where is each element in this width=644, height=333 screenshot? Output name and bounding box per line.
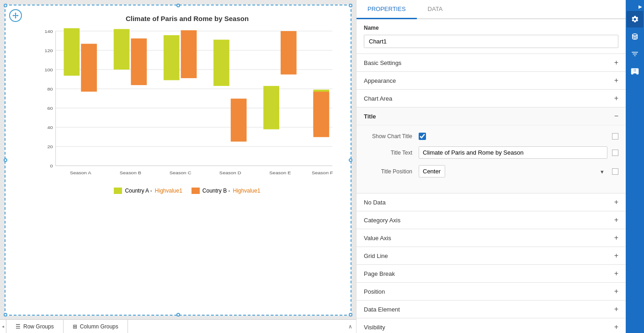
- gear-icon-button[interactable]: [627, 11, 643, 27]
- basic-settings-expand-icon: +: [614, 59, 618, 67]
- legend-color-a: [114, 188, 122, 194]
- bar-a1: [64, 28, 80, 76]
- svg-text:140: 140: [44, 29, 53, 33]
- bar-a2: [114, 29, 130, 70]
- legend-label-a: Country A -: [125, 188, 152, 194]
- section-no-data: No Data +: [357, 193, 626, 211]
- section-basic-settings: Basic Settings +: [357, 54, 626, 72]
- section-page-break-header[interactable]: Page Break +: [357, 265, 626, 282]
- title-position-select[interactable]: Left Center Right: [419, 165, 445, 177]
- section-title-header[interactable]: Title −: [357, 107, 626, 125]
- data-element-expand-icon: +: [614, 305, 618, 313]
- column-groups-icon: ⊞: [73, 323, 77, 330]
- tab-data[interactable]: DATA: [417, 0, 454, 19]
- legend-link-b[interactable]: Highvalue1: [233, 188, 261, 194]
- svg-text:60: 60: [48, 106, 53, 110]
- title-text-label: Title Text: [364, 150, 419, 156]
- title-position-label: Title Position: [364, 168, 419, 175]
- section-title: Title − Show Chart Title Title Text: [357, 107, 626, 193]
- bar-b6: [313, 91, 329, 137]
- title-position-select-wrapper: Left Center Right: [419, 165, 607, 177]
- chart-inner: Climate of Paris and Rome by Season 0: [5, 5, 351, 315]
- show-chart-title-label: Show Chart Title: [364, 133, 419, 140]
- section-value-axis: Value Axis +: [357, 229, 626, 247]
- section-no-data-header[interactable]: No Data +: [357, 193, 626, 211]
- chart-svg: 0 20 40 60 80 100 120 140: [33, 27, 341, 183]
- svg-text:Season E: Season E: [269, 171, 291, 175]
- name-section: Name: [357, 19, 626, 54]
- chart-area-expand-icon: +: [614, 94, 618, 102]
- category-axis-expand-icon: +: [614, 216, 618, 224]
- section-visibility-header[interactable]: Visibility +: [357, 318, 626, 333]
- svg-text:40: 40: [48, 125, 53, 129]
- page-break-expand-icon: +: [614, 269, 618, 278]
- visibility-expand-icon: +: [614, 323, 618, 331]
- collapse-button[interactable]: ∧: [348, 323, 356, 330]
- section-chart-area-header[interactable]: Chart Area +: [357, 90, 626, 107]
- row-groups-tab[interactable]: ☰ Row Groups: [6, 320, 64, 333]
- chart-move-handle[interactable]: [9, 9, 22, 22]
- column-groups-tab[interactable]: ⊞ Column Groups: [64, 320, 128, 333]
- section-basic-settings-header[interactable]: Basic Settings +: [357, 54, 626, 71]
- tab-properties[interactable]: PROPERTIES: [357, 0, 417, 19]
- svg-text:Season D: Season D: [219, 171, 241, 175]
- legend-link-a[interactable]: Highvalue1: [155, 188, 182, 194]
- section-value-axis-label: Value Axis: [364, 235, 391, 242]
- show-chart-title-override-checkbox[interactable]: [612, 133, 618, 140]
- title-position-override-checkbox[interactable]: [612, 168, 618, 175]
- title-expand-icon: −: [614, 112, 618, 120]
- name-input[interactable]: [364, 35, 618, 48]
- title-text-input[interactable]: [419, 146, 607, 159]
- svg-text:Season A: Season A: [70, 171, 91, 175]
- filter-icon-button[interactable]: [627, 46, 643, 62]
- scroll-left-arrow[interactable]: ◂: [0, 320, 6, 333]
- legend-item-b: Country B - Highvalue1: [192, 188, 261, 194]
- section-grid-line: Grid Line +: [357, 247, 626, 265]
- section-visibility: Visibility +: [357, 318, 626, 333]
- palette-icon-button[interactable]: [627, 63, 643, 80]
- section-category-axis-label: Category Axis: [364, 217, 400, 224]
- panel-content: Name Basic Settings + Appearance +: [357, 19, 626, 333]
- title-text-row: Title Text: [364, 146, 618, 159]
- section-grid-line-header[interactable]: Grid Line +: [357, 247, 626, 264]
- grid-line-expand-icon: +: [614, 252, 618, 260]
- svg-text:Season B: Season B: [120, 171, 141, 175]
- section-grid-line-label: Grid Line: [364, 252, 388, 259]
- sidebar-chevron[interactable]: ▶: [626, 2, 644, 11]
- section-position-label: Position: [364, 288, 385, 295]
- title-text-override-checkbox[interactable]: [612, 150, 618, 156]
- section-value-axis-header[interactable]: Value Axis +: [357, 229, 626, 247]
- database-icon-button[interactable]: [627, 28, 643, 45]
- row-groups-icon: ☰: [16, 323, 21, 330]
- appearance-expand-icon: +: [614, 76, 618, 85]
- title-position-row: Title Position Left Center Right: [364, 165, 618, 177]
- section-category-axis-header[interactable]: Category Axis +: [357, 211, 626, 229]
- column-groups-label: Column Groups: [80, 323, 118, 330]
- svg-text:80: 80: [48, 86, 53, 91]
- title-expanded-content: Show Chart Title Title Text Title Positi…: [357, 125, 626, 193]
- section-data-element-header[interactable]: Data Element +: [357, 301, 626, 318]
- no-data-expand-icon: +: [614, 198, 618, 206]
- svg-text:Season C: Season C: [170, 171, 192, 175]
- bar-b1: [81, 44, 97, 92]
- bottom-bar: ◂ ☰ Row Groups ⊞ Column Groups ∧: [0, 319, 356, 333]
- section-position: Position +: [357, 283, 626, 301]
- position-expand-icon: +: [614, 287, 618, 295]
- section-position-header[interactable]: Position +: [357, 283, 626, 300]
- legend-item-a: Country A - Highvalue1: [114, 188, 182, 194]
- properties-panel: PROPERTIES DATA Name Basic Settings + Ap…: [356, 0, 626, 333]
- show-chart-title-checkbox[interactable]: [419, 133, 426, 140]
- section-page-break-label: Page Break: [364, 270, 395, 277]
- section-appearance-header[interactable]: Appearance +: [357, 72, 626, 89]
- show-chart-title-row: Show Chart Title: [364, 133, 618, 140]
- bar-a5: [263, 86, 279, 129]
- section-chart-area-label: Chart Area: [364, 95, 392, 102]
- value-axis-expand-icon: +: [614, 234, 618, 242]
- right-sidebar: ▶: [626, 0, 644, 333]
- bar-b2: [131, 38, 147, 85]
- chart-canvas-area: Climate of Paris and Rome by Season 0: [0, 0, 356, 333]
- legend-label-b: Country B -: [202, 188, 230, 194]
- svg-text:0: 0: [50, 163, 53, 168]
- chart-container[interactable]: Climate of Paris and Rome by Season 0: [5, 5, 351, 316]
- bar-a3: [164, 35, 180, 80]
